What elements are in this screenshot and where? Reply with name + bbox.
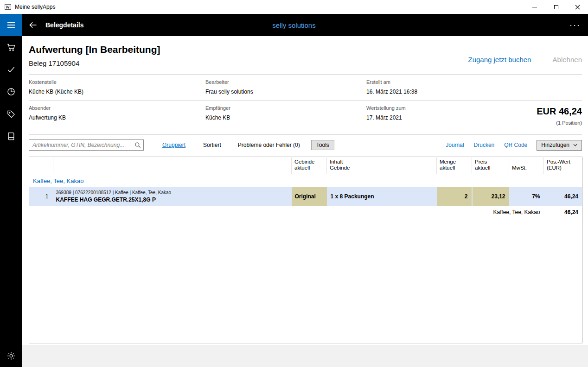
field-kostenstelle: Kostenstelle Küche KB (Küche KB) <box>29 79 83 95</box>
article-cell: 369389 | 07622200188512 | Kaffee | Kaffe… <box>53 187 292 206</box>
field-empfaenger: Empfänger Küche KB <box>205 105 230 121</box>
field-value: 17. März 2021 <box>366 114 406 121</box>
position-row[interactable]: 1 369389 | 07622200188512 | Kaffee | Kaf… <box>29 187 582 206</box>
sidebar-item-approvals[interactable] <box>0 58 22 81</box>
main-content: Aufwertung [In Bearbeitung] Beleg 171059… <box>22 36 588 367</box>
total-block: EUR 46,24 (1 Position) <box>537 106 582 126</box>
gebinde-cell: Original <box>292 187 327 206</box>
toolbar: Gruppiert Sortiert Probleme oder Fehler … <box>29 139 582 151</box>
tag-icon <box>6 109 16 119</box>
col-header-mwst: MwSt. <box>509 157 544 174</box>
sidebar-item-cart[interactable] <box>0 36 22 58</box>
search-input[interactable] <box>29 139 144 151</box>
cart-icon <box>6 43 16 52</box>
book-entry-link[interactable]: Zugang jetzt buchen <box>468 56 531 63</box>
add-button[interactable]: Hinzufügen <box>537 140 582 151</box>
maximize-button[interactable] <box>545 0 567 14</box>
field-absender: Absender Aufwertung KB <box>29 105 66 121</box>
group-label[interactable]: Kaffee, Tee, Kakao <box>29 174 582 188</box>
field-value: Küche KB (Küche KB) <box>29 89 83 95</box>
col-header-wert: Pos.-Wert (EUR) <box>544 157 582 174</box>
col-header-pos <box>29 157 53 174</box>
info-row-1: Kostenstelle Küche KB (Küche KB) Bearbei… <box>29 75 582 100</box>
field-erstellt-am: Erstellt am 16. März 2021 16:38 <box>366 79 417 95</box>
more-options-button[interactable]: ··· <box>569 23 581 27</box>
footer-strip <box>22 345 588 367</box>
field-label: Empfänger <box>205 105 230 111</box>
hamburger-icon <box>7 22 15 23</box>
group-summary-row: Kaffee, Tee, Kakao 46,24 <box>29 206 582 219</box>
reject-link[interactable]: Ablehnen <box>553 56 582 63</box>
field-value: Aufwertung KB <box>29 114 66 121</box>
qr-code-link[interactable]: QR Code <box>504 142 527 148</box>
app-center-title: selly solutions <box>0 21 588 29</box>
close-button[interactable] <box>567 0 588 14</box>
maximize-icon <box>554 5 558 9</box>
divider <box>29 134 582 135</box>
print-link[interactable]: Drucken <box>474 142 495 148</box>
titlebar: Meine sellyApps <box>0 0 588 14</box>
add-button-label: Hinzufügen <box>541 142 569 148</box>
gear-icon <box>6 351 16 361</box>
document-title: Aufwertung [In Bearbeitung] <box>29 44 582 55</box>
position-count: (1 Position) <box>537 120 582 126</box>
col-header-inhalt: Inhalt Gebinde <box>327 157 437 174</box>
document-header: Aufwertung [In Bearbeitung] Beleg 171059… <box>29 36 582 74</box>
field-label: Wertstellung zum <box>366 105 406 111</box>
hamburger-menu-button[interactable] <box>0 14 22 36</box>
field-label: Erstellt am <box>366 79 417 85</box>
field-label: Bearbeiter <box>205 79 253 85</box>
positions-table: Gebinde aktuell Inhalt Gebinde Menge akt… <box>29 157 582 343</box>
sidebar-item-settings[interactable] <box>0 345 22 367</box>
col-header-preis: Preis aktuell <box>472 157 509 174</box>
group-header-row[interactable]: Kaffee, Tee, Kakao <box>29 174 582 188</box>
summary-label: Kaffee, Tee, Kakao <box>29 206 544 219</box>
col-header-menge: Menge aktuell <box>437 157 472 174</box>
sorted-toggle[interactable]: Sortiert <box>203 142 221 148</box>
grouped-toggle[interactable]: Gruppiert <box>162 142 185 148</box>
sidebar-item-catalog[interactable] <box>0 125 22 147</box>
field-value: Frau selly solutions <box>205 89 253 95</box>
journal-link[interactable]: Journal <box>446 142 464 148</box>
field-value: Küche KB <box>205 114 230 121</box>
app-icon <box>4 3 12 11</box>
summary-value: 46,24 <box>544 206 582 219</box>
minimize-button[interactable] <box>524 0 545 14</box>
info-row-2: Absender Aufwertung KB Empfänger Küche K… <box>29 101 582 134</box>
app-header: Belegdetails selly solutions ··· <box>0 14 588 36</box>
table-header-row: Gebinde aktuell Inhalt Gebinde Menge akt… <box>29 157 582 174</box>
search-box <box>29 139 144 151</box>
table-empty-area <box>29 219 582 343</box>
close-icon <box>575 5 580 10</box>
back-arrow-icon <box>28 20 38 30</box>
pie-chart-icon <box>6 87 16 96</box>
mwst-cell: 7% <box>509 187 544 206</box>
article-name: KAFFEE HAG GEGR.GETR.25X1,8G P <box>56 196 292 203</box>
field-label: Kostenstelle <box>29 79 83 85</box>
field-value: 16. März 2021 16:38 <box>366 89 417 95</box>
sidebar-item-statistics[interactable] <box>0 81 22 103</box>
position-number: 1 <box>29 187 53 206</box>
window-title: Meine sellyApps <box>15 4 55 10</box>
preis-cell: 23,12 <box>472 187 509 206</box>
chevron-down-icon <box>573 144 577 146</box>
field-label: Absender <box>29 105 66 111</box>
tools-button[interactable]: Tools <box>311 140 334 150</box>
col-header-gebinde: Gebinde aktuell <box>292 157 327 174</box>
search-icon[interactable] <box>134 142 141 148</box>
sidebar <box>0 36 22 367</box>
col-header-article <box>53 157 292 174</box>
sidebar-item-prices[interactable] <box>0 103 22 125</box>
problems-filter[interactable]: Probleme oder Fehler (0) <box>238 142 300 148</box>
total-amount: EUR 46,24 <box>537 106 582 117</box>
field-bearbeiter: Bearbeiter Frau selly solutions <box>205 79 253 95</box>
article-meta: 369389 | 07622200188512 | Kaffee | Kaffe… <box>56 190 292 196</box>
book-icon <box>6 132 16 141</box>
back-button[interactable] <box>28 20 38 30</box>
inhalt-cell: 1 x 8 Packungen <box>327 187 437 206</box>
checkmark-icon <box>6 65 16 74</box>
wert-cell: 46,24 <box>544 187 582 206</box>
window-controls <box>524 0 588 14</box>
field-wertstellung: Wertstellung zum 17. März 2021 <box>366 105 406 121</box>
menge-cell: 2 <box>437 187 472 206</box>
